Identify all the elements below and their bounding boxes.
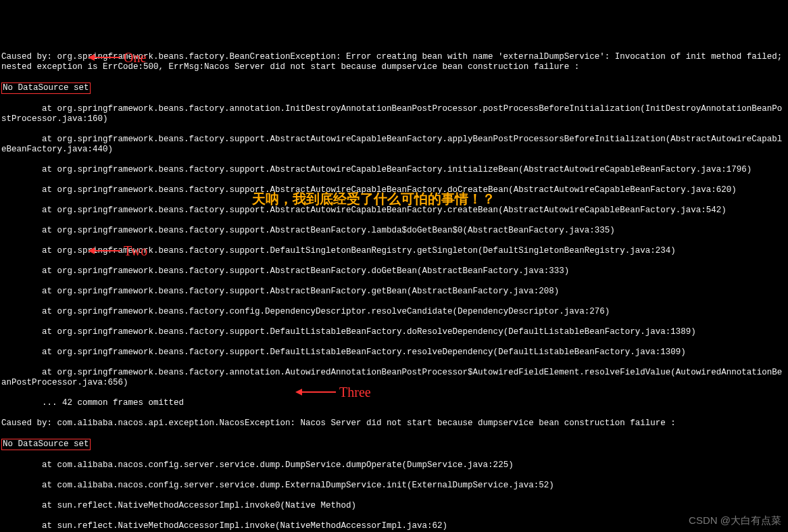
log-line: at org.springframework.beans.factory.sup… (1, 165, 787, 175)
svg-marker-5 (295, 389, 302, 395)
annotation-one: One (88, 20, 146, 95)
log-line: at org.springframework.beans.factory.sup… (1, 327, 787, 337)
log-line: at org.springframework.beans.factory.sup… (1, 135, 787, 155)
annotation-label: One (124, 49, 146, 66)
log-line: at org.springframework.beans.factory.ann… (1, 104, 787, 124)
arrow-left-icon (88, 214, 120, 288)
highlight-no-datasource-one: No DataSource set (1, 82, 91, 94)
log-line: at org.springframework.beans.factory.ann… (1, 368, 787, 388)
annotation-label: Two (124, 243, 147, 259)
annotation-label: Three (339, 384, 371, 400)
log-line: No DataSource set (1, 439, 787, 450)
svg-marker-3 (88, 247, 95, 254)
annotation-commentary: 天呐，我到底经受了什么可怕的事情！？ (252, 191, 495, 207)
watermark: CSDN @大白有点菜 (689, 514, 781, 527)
annotation-three: Three (295, 355, 371, 429)
log-line: ... 42 common frames omitted (1, 398, 787, 408)
annotation-two: Two (88, 214, 147, 288)
log-line: at sun.reflect.NativeMethodAccessorImpl.… (1, 501, 787, 511)
log-line: at com.alibaba.nacos.config.server.servi… (1, 481, 787, 491)
svg-marker-1 (88, 54, 95, 61)
log-line: at org.springframework.beans.factory.sup… (1, 287, 787, 297)
log-line: Caused by: com.alibaba.nacos.api.excepti… (1, 418, 787, 429)
arrow-left-icon (88, 20, 120, 95)
log-line: at org.springframework.beans.factory.con… (1, 307, 787, 317)
arrow-left-icon (295, 355, 336, 429)
log-line: at sun.reflect.NativeMethodAccessorImpl.… (1, 521, 787, 531)
highlight-no-datasource-two: No DataSource set (1, 439, 91, 450)
log-line: at org.springframework.beans.factory.sup… (1, 347, 787, 358)
log-line: at com.alibaba.nacos.config.server.servi… (1, 460, 787, 470)
